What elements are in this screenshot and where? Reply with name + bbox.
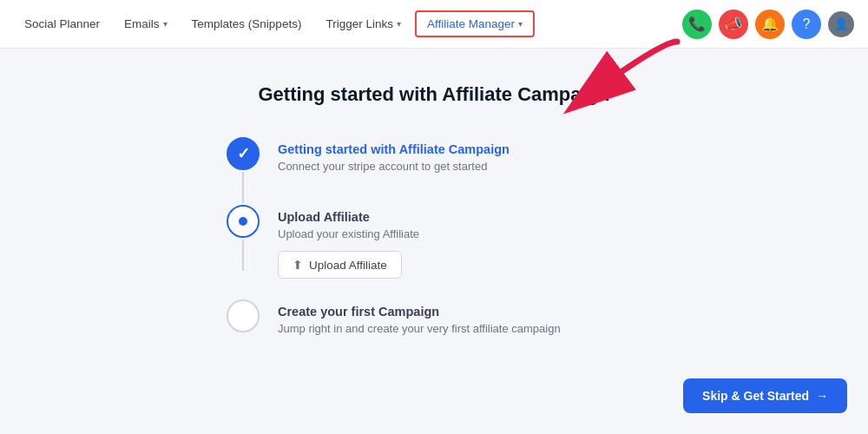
upload-affiliate-button[interactable]: ⬆ Upload Affiliate (278, 251, 402, 279)
nav-item-label: Trigger Links (326, 17, 393, 30)
help-icon-button[interactable]: ? (792, 10, 821, 39)
step-3-subtitle: Jump right in and create your very first… (278, 322, 642, 335)
connector-line-2 (242, 240, 244, 271)
step-3-content: Create your first Campaign Jump right in… (278, 299, 642, 366)
bell-icon-button[interactable]: 🔔 (755, 10, 785, 39)
step-2-indicator (226, 205, 260, 273)
arrow-right-icon: → (816, 389, 828, 403)
step-1-circle: ✓ (227, 137, 260, 170)
step-1-content: Getting started with Affiliate Campaign … (278, 137, 642, 204)
step-1-row: ✓ Getting started with Affiliate Campaig… (226, 137, 642, 205)
skip-button-label: Skip & Get Started (702, 389, 809, 403)
step-2-row: Upload Affiliate Upload your existing Af… (226, 205, 642, 299)
step-2-title: Upload Affiliate (278, 210, 642, 224)
nav-left: Social Planner Emails ▾ Templates (Snipp… (14, 10, 535, 37)
megaphone-icon-button[interactable]: 📣 (719, 10, 748, 39)
chevron-down-icon: ▾ (397, 19, 401, 29)
step-3-indicator (226, 299, 260, 332)
nav-item-label: Emails (124, 17, 160, 30)
nav-right: 📞 📣 🔔 ? 👤 (682, 10, 854, 39)
sidebar-item-affiliate-manager[interactable]: Affiliate Manager ▾ (415, 10, 535, 37)
step-3-title: Create your first Campaign (278, 305, 642, 319)
step-2-subtitle: Upload your existing Affiliate (278, 227, 642, 240)
phone-icon-button[interactable]: 📞 (682, 10, 712, 39)
sidebar-item-trigger-links[interactable]: Trigger Links ▾ (315, 12, 411, 36)
connector-line-1 (242, 172, 244, 203)
nav-item-label: Affiliate Manager (427, 17, 515, 30)
step-3-row: Create your first Campaign Jump right in… (226, 299, 642, 366)
sidebar-item-emails[interactable]: Emails ▾ (114, 12, 178, 36)
nav-item-label: Templates (Snippets) (192, 17, 302, 30)
sidebar-item-templates[interactable]: Templates (Snippets) (181, 12, 312, 36)
navbar: Social Planner Emails ▾ Templates (Snipp… (0, 0, 868, 49)
step-3-circle (227, 299, 260, 332)
upload-icon: ⬆ (293, 258, 303, 272)
nav-item-label: Social Planner (24, 17, 100, 30)
step-1-title[interactable]: Getting started with Affiliate Campaign (278, 142, 642, 156)
page-title: Getting started with Affiliate Campaign (259, 83, 610, 106)
active-dot (239, 217, 247, 226)
sidebar-item-social-planner[interactable]: Social Planner (14, 12, 110, 36)
skip-get-started-button[interactable]: Skip & Get Started → (683, 378, 847, 413)
steps-container: ✓ Getting started with Affiliate Campaig… (226, 137, 642, 366)
step-1-subtitle: Connect your stripe account to get start… (278, 160, 642, 173)
chevron-down-icon: ▾ (518, 19, 523, 29)
step-2-content: Upload Affiliate Upload your existing Af… (278, 205, 642, 299)
main-content: Getting started with Affiliate Campaign … (0, 49, 868, 384)
chevron-down-icon: ▾ (163, 19, 168, 29)
checkmark-icon: ✓ (237, 144, 250, 163)
step-1-indicator: ✓ (226, 137, 260, 205)
step-2-circle (227, 205, 260, 238)
upload-button-label: Upload Affiliate (309, 259, 387, 272)
user-avatar-button[interactable]: 👤 (828, 11, 854, 37)
